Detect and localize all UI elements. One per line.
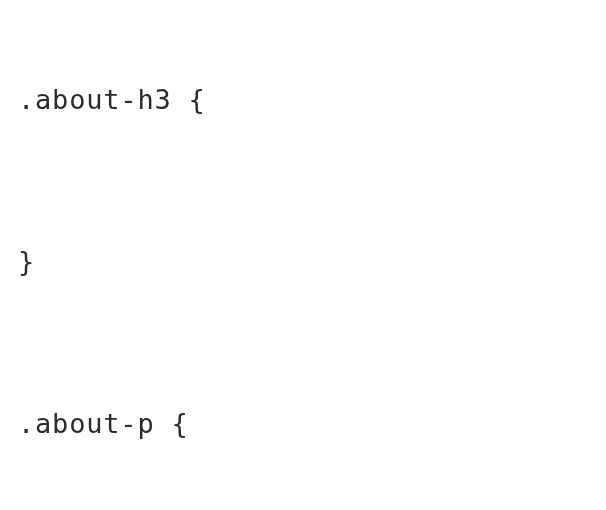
code-line <box>18 167 588 194</box>
code-line: } <box>18 248 588 275</box>
code-line <box>18 329 588 356</box>
code-line: .about-h3 { <box>18 86 588 113</box>
code-block: .about-h3 { } .about-p { } .product-div … <box>0 0 606 510</box>
code-line <box>18 491 588 510</box>
code-line: .about-p { <box>18 410 588 437</box>
